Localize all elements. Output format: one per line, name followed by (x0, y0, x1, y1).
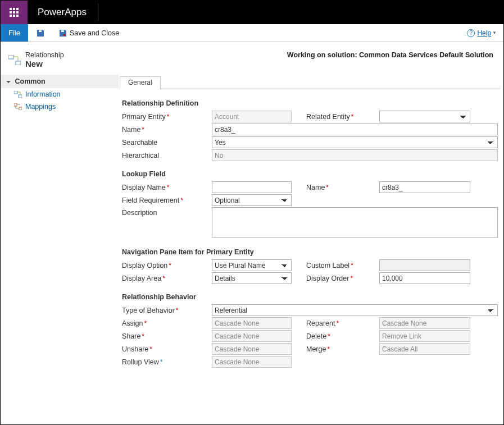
relationship-icon (8, 55, 21, 65)
textarea-description[interactable] (212, 207, 498, 237)
label-custom-label: Custom Label* (306, 260, 379, 271)
label-rel-name: Name* (122, 124, 212, 135)
label-behavior-type: Type of Behavior* (122, 305, 212, 316)
input-custom-label (379, 259, 470, 271)
svg-rect-1 (16, 61, 21, 65)
save-and-close-icon (58, 29, 67, 38)
section-definition-heading: Relationship Definition (122, 99, 498, 107)
content-area: General Relationship Definition Primary … (119, 75, 503, 423)
sidebar-item-label: Information (25, 90, 61, 98)
svg-rect-5 (19, 107, 22, 110)
help-label: Help (477, 29, 491, 37)
sidebar-group-label: Common (15, 77, 45, 85)
label-display-name: Display Name* (122, 182, 212, 193)
svg-rect-2 (14, 91, 17, 94)
section-lookup-heading: Lookup Field (122, 170, 498, 178)
help-icon: ? (467, 29, 475, 37)
svg-rect-0 (8, 55, 13, 59)
save-and-close-button[interactable]: Save and Close (55, 24, 122, 42)
header-type-label: Relationship (25, 51, 64, 59)
save-and-close-label: Save and Close (70, 29, 119, 37)
label-reparent: Reparent* (306, 318, 379, 329)
label-related-entity: Related Entity* (306, 111, 379, 122)
label-description: Description (122, 207, 212, 218)
select-rollup: Cascade None (212, 356, 292, 368)
sidebar-item-information[interactable]: Information (1, 88, 119, 100)
label-primary-entity: Primary Entity* (122, 111, 212, 122)
label-merge: Merge* (306, 344, 379, 355)
solution-label: Working on solution: Common Data Service… (287, 51, 498, 59)
tab-general[interactable]: General (120, 76, 161, 89)
label-share: Share* (122, 331, 212, 342)
sidebar: Common Information Mappings (1, 75, 119, 423)
label-unshare: Unshare* (122, 344, 212, 355)
select-delete: Remove Link (379, 330, 470, 342)
section-navigation-heading: Navigation Pane Item for Primary Entity (122, 248, 498, 256)
page-header: Relationship New Working on solution: Co… (1, 42, 503, 75)
information-icon (14, 91, 22, 98)
brand-bar: PowerApps (1, 1, 503, 24)
select-display-option[interactable]: Use Plural Name (212, 259, 292, 271)
select-related-entity[interactable] (379, 111, 470, 122)
label-lookup-name: Name* (306, 182, 379, 193)
input-rel-name[interactable] (212, 124, 498, 135)
label-assign: Assign* (122, 318, 212, 329)
input-display-name[interactable] (212, 181, 292, 193)
label-rollup: Rollup View* (122, 357, 212, 368)
select-behavior-type[interactable]: Referential (212, 304, 498, 316)
sidebar-group-common[interactable]: Common (1, 75, 119, 88)
brand-separator (98, 4, 98, 21)
select-assign: Cascade None (212, 317, 292, 329)
page-title: New (25, 59, 64, 69)
chevron-down-icon (6, 81, 11, 83)
mappings-icon (14, 103, 22, 110)
select-unshare: Cascade None (212, 343, 292, 355)
select-reparent: Cascade None (379, 317, 470, 329)
input-lookup-name[interactable] (379, 181, 470, 193)
select-share: Cascade None (212, 330, 292, 342)
label-delete: Delete* (306, 331, 379, 342)
label-field-requirement: Field Requirement* (122, 195, 212, 206)
tab-strip: General (120, 76, 500, 89)
input-display-order[interactable] (379, 272, 470, 284)
help-menu[interactable]: ? Help ▼ (460, 24, 503, 42)
select-primary-entity: Account (212, 111, 292, 122)
label-hierarchical: Hierarchical (122, 150, 212, 161)
svg-rect-4 (14, 103, 17, 106)
select-hierarchical: No (212, 149, 498, 161)
label-display-order: Display Order* (306, 273, 379, 284)
toolbar: File Save and Close ? Help ▼ (1, 24, 503, 42)
app-title: PowerApps (28, 1, 87, 24)
file-menu-button[interactable]: File (1, 24, 28, 42)
select-searchable[interactable]: Yes (212, 136, 498, 148)
label-searchable: Searchable (122, 137, 212, 148)
sidebar-item-mappings[interactable]: Mappings (1, 100, 119, 113)
waffle-icon (10, 8, 19, 17)
save-button[interactable] (33, 24, 51, 42)
sidebar-item-label: Mappings (25, 103, 56, 111)
file-menu-label: File (8, 29, 20, 37)
select-display-area[interactable]: Details (212, 272, 292, 284)
label-display-option: Display Option* (122, 260, 212, 271)
app-launcher-button[interactable] (1, 1, 28, 24)
label-display-area: Display Area* (122, 273, 212, 284)
chevron-down-icon: ▼ (492, 30, 497, 35)
select-field-requirement[interactable]: Optional (212, 194, 292, 206)
svg-rect-3 (19, 95, 22, 98)
select-merge: Cascade All (379, 343, 470, 355)
section-behavior-heading: Relationship Behavior (122, 293, 498, 301)
save-icon (36, 29, 45, 38)
